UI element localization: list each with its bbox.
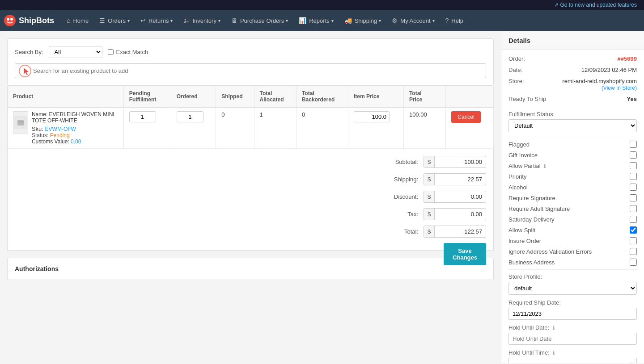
nav-reports[interactable]: 📊 Reports ▾ xyxy=(293,10,339,31)
checkbox-label-4: Alcohol xyxy=(508,184,630,191)
divider-1 xyxy=(508,107,637,107)
exact-match-text: Exact Match xyxy=(116,49,148,55)
save-changes-button[interactable]: SaveChanges xyxy=(444,243,486,265)
hold-until-time-label: Hold Until Time: ℹ xyxy=(508,349,637,356)
order-row: Order: ##5699 xyxy=(508,55,637,62)
account-icon: ⚙ xyxy=(392,17,398,24)
exact-match-checkbox[interactable] xyxy=(108,49,114,55)
checkbox-row-10: Ignore Address Validation Errors xyxy=(508,248,637,255)
nav-home[interactable]: ⌂ Home xyxy=(61,10,94,31)
checkbox-label-3: Priority xyxy=(508,173,630,180)
left-panel: Search By: All SKU Name UPC Exact Match xyxy=(0,31,501,363)
details-header: Details xyxy=(501,31,644,50)
search-input[interactable] xyxy=(15,63,486,78)
exact-match-label[interactable]: Exact Match xyxy=(108,49,148,55)
ordered-input[interactable] xyxy=(177,111,203,122)
orders-icon: ☰ xyxy=(99,17,105,24)
store-profile-row: Store Profile: default xyxy=(508,273,637,295)
store-profile-select[interactable]: default xyxy=(508,282,637,295)
shipping-currency: $ xyxy=(424,174,435,185)
hold-until-time-select[interactable] xyxy=(508,358,637,363)
nav-inventory[interactable]: 🏷 Inventory ▾ xyxy=(178,10,225,31)
total-allocated-cell: 1 xyxy=(254,108,296,149)
sku-label: Sku: xyxy=(32,126,43,132)
tax-input-wrapper: $ 0.00 xyxy=(424,208,486,220)
product-sku: Sku: EVWM-OFW xyxy=(32,126,118,132)
store-label: Store: xyxy=(508,78,549,84)
item-price-cell[interactable] xyxy=(348,108,404,149)
fulfillment-status-label: Fulfillment Status: xyxy=(508,111,637,117)
new-features-link[interactable]: Go to new and updated features xyxy=(560,2,637,8)
item-price-input[interactable] xyxy=(354,111,390,122)
date-row: Date: 12/09/2023 02:46 PM xyxy=(508,67,637,73)
fulfillment-status-select[interactable]: Default Fulfilled Unfulfilled xyxy=(508,119,637,132)
tax-value: 0.00 xyxy=(435,209,486,220)
main-nav: ShipBots ⌂ Home ☰ Orders ▾ ↩ Returns ▾ 🏷… xyxy=(0,10,644,31)
total-currency: $ xyxy=(424,226,435,237)
shipping-input-wrapper: $ 22.57 xyxy=(424,173,486,185)
search-controls-row: Search By: All SKU Name UPC Exact Match xyxy=(15,46,486,58)
col-total-allocated: TotalAllocated xyxy=(254,86,296,108)
checkbox-input-2[interactable] xyxy=(630,162,637,169)
nav-orders[interactable]: ☰ Orders ▾ xyxy=(94,10,135,31)
search-by-select[interactable]: All SKU Name UPC xyxy=(49,46,102,58)
order-value[interactable]: ##5699 xyxy=(549,55,637,62)
ordered-cell[interactable] xyxy=(171,108,216,149)
nav-my-account[interactable]: ⚙ My Account ▾ xyxy=(386,10,440,31)
checkbox-input-1[interactable] xyxy=(630,151,637,159)
sku-link[interactable]: EVWM-OFW xyxy=(45,126,76,132)
checkbox-input-11[interactable] xyxy=(630,259,637,266)
summary-section: Subtotal: $ 100.00 Shipping: $ 22.57 Dis… xyxy=(7,149,494,251)
checkbox-input-0[interactable] xyxy=(630,141,637,148)
total-input-wrapper: $ 122.57 xyxy=(424,226,486,238)
cancel-button[interactable]: Cancel xyxy=(451,111,480,123)
nav-shipping[interactable]: 🚚 Shipping ▾ xyxy=(339,10,387,31)
inventory-dropdown-arrow: ▾ xyxy=(218,18,220,23)
view-in-store-link[interactable]: (View In Store) xyxy=(602,85,637,91)
actions-cell[interactable]: Cancel xyxy=(446,108,494,149)
hold-until-date-label: Hold Until Date: ℹ xyxy=(508,324,637,331)
nav-help[interactable]: ? Help xyxy=(440,10,469,31)
checkbox-label-11: Business Address xyxy=(508,259,630,266)
hold-until-date-row: Hold Until Date: ℹ xyxy=(508,324,637,345)
checkbox-input-5[interactable] xyxy=(630,194,637,201)
col-shipped: Shipped xyxy=(216,86,254,108)
nav-logo: ShipBots xyxy=(4,14,54,27)
checkbox-input-7[interactable] xyxy=(630,216,637,223)
total-row: Total: $ 122.57 xyxy=(15,226,486,238)
nav-purchase-orders[interactable]: 🖥 Purchase Orders ▾ xyxy=(226,10,293,31)
checkbox-input-10[interactable] xyxy=(630,248,637,255)
checkbox-input-6[interactable] xyxy=(630,205,637,212)
divider-3 xyxy=(508,269,637,270)
product-table: Product PendingFulfillment Ordered Shipp… xyxy=(7,86,494,149)
fulfillment-status-row: Fulfillment Status: Default Fulfilled Un… xyxy=(508,111,637,132)
svg-point-2 xyxy=(10,18,13,21)
svg-point-1 xyxy=(7,18,9,21)
product-cell: Name: EVERLEIGH WOVEN MINI TOTE OFF-WHIT… xyxy=(8,108,124,149)
right-panel: Details Order: ##5699 Date: 12/09/2023 0… xyxy=(501,31,644,363)
checkbox-input-9[interactable] xyxy=(630,237,637,244)
nav-returns[interactable]: ↩ Returns ▾ xyxy=(135,10,178,31)
order-label: Order: xyxy=(508,55,549,62)
hold-until-date-input[interactable] xyxy=(508,333,637,345)
checkbox-input-3[interactable] xyxy=(630,173,637,180)
checkbox-label-9: Insure Order xyxy=(508,238,630,244)
required-ship-date-row: Required Ship Date: xyxy=(508,299,637,320)
help-icon: ? xyxy=(445,17,449,24)
checkbox-row-9: Insure Order xyxy=(508,237,637,244)
tax-currency: $ xyxy=(424,209,435,220)
search-input-wrapper xyxy=(15,63,486,78)
total-backordered-cell: 0 xyxy=(296,108,348,149)
checkbox-input-4[interactable] xyxy=(630,184,637,191)
pending-fulfillment-input[interactable] xyxy=(129,111,156,122)
total-allocated-value: 1 xyxy=(260,111,263,118)
hold-until-time-info-icon: ℹ xyxy=(553,350,555,356)
divider-2 xyxy=(508,137,637,137)
required-ship-date-input[interactable] xyxy=(508,308,637,320)
col-total-price: TotalPrice xyxy=(403,86,445,108)
home-icon: ⌂ xyxy=(67,17,70,24)
checkbox-input-8[interactable] xyxy=(630,226,637,234)
returns-dropdown-arrow: ▾ xyxy=(170,18,173,23)
checkbox-row-3: Priority xyxy=(508,173,637,180)
pending-fulfillment-cell[interactable] xyxy=(123,108,171,149)
